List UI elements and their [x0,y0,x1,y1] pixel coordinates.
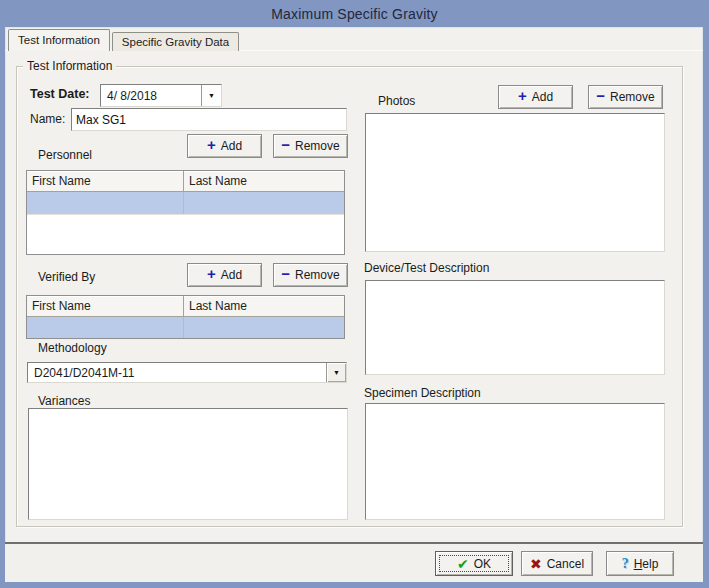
tab-test-information[interactable]: Test Information [8,29,110,51]
photos-label: Photos [378,94,415,108]
cancel-button[interactable]: ✖ Cancel [521,551,593,576]
verified-by-remove-button[interactable]: − Remove [273,263,348,287]
minus-icon: − [281,269,290,279]
personnel-first-name-cell [27,192,184,214]
cancel-label: Cancel [547,557,584,571]
photos-remove-button[interactable]: − Remove [588,85,663,109]
x-icon: ✖ [530,557,542,571]
footer-button-panel [5,544,703,582]
verified-by-table: First Name Last Name [26,295,345,339]
personnel-label: Personnel [38,148,92,162]
methodology-dropdown-button[interactable]: ▼ [326,363,346,382]
personnel-add-button[interactable]: + Add [187,134,262,158]
personnel-table: First Name Last Name [26,170,345,255]
plus-icon: + [207,140,216,150]
variances-label: Variances [38,394,90,408]
help-label: Help [634,557,659,571]
photos-listbox[interactable] [365,113,665,252]
personnel-add-label: Add [221,139,242,153]
personnel-last-name-header: Last Name [184,171,344,191]
device-test-description-textarea[interactable] [365,280,665,375]
verified-by-add-label: Add [221,268,242,282]
name-label: Name: [30,112,65,126]
minus-icon: − [281,140,290,150]
test-date-combobox[interactable]: 4/ 8/2018 ▼ [100,84,222,107]
verified-by-label: Verified By [38,270,95,284]
methodology-label: Methodology [38,341,107,355]
personnel-last-name-cell [184,192,344,214]
groupbox-title: Test Information [23,59,116,73]
title-bar: Maximum Specific Gravity [0,0,709,27]
help-button[interactable]: ? Help [606,551,674,576]
question-icon: ? [622,557,629,571]
ok-button[interactable]: ✔ OK [435,551,513,576]
name-input[interactable] [71,108,347,131]
methodology-value: D2041/D2041M-11 [28,363,326,382]
chevron-down-icon: ▼ [333,369,340,376]
personnel-remove-label: Remove [295,139,340,153]
verified-by-add-button[interactable]: + Add [187,263,262,287]
check-icon: ✔ [457,557,469,571]
photos-remove-label: Remove [610,90,655,104]
specimen-description-label: Specimen Description [364,386,481,400]
specimen-description-textarea[interactable] [365,403,665,520]
verified-by-selected-row[interactable] [27,317,344,339]
plus-icon: + [207,269,216,279]
personnel-first-name-header: First Name [27,171,184,191]
tab-specific-gravity-data[interactable]: Specific Gravity Data [112,32,239,51]
methodology-combobox[interactable]: D2041/D2041M-11 ▼ [27,362,347,383]
personnel-selected-row[interactable] [27,192,344,215]
photos-add-button[interactable]: + Add [498,85,573,109]
tab-strip: Test Information Specific Gravity Data [8,28,239,51]
test-date-value: 4/ 8/2018 [101,85,201,106]
variances-textarea[interactable] [28,408,348,520]
verified-by-last-name-cell [184,317,344,339]
verified-by-remove-label: Remove [295,268,340,282]
chevron-down-icon: ▼ [208,92,215,99]
verified-by-first-name-cell [27,317,184,339]
photos-add-label: Add [532,90,553,104]
plus-icon: + [518,91,527,101]
maximum-specific-gravity-dialog: Maximum Specific Gravity Test Informatio… [0,0,709,588]
personnel-table-header: First Name Last Name [27,171,344,192]
verified-by-last-name-header: Last Name [184,296,344,316]
device-test-description-label: Device/Test Description [364,261,489,275]
window-title: Maximum Specific Gravity [271,6,438,22]
minus-icon: − [596,91,605,101]
verified-by-first-name-header: First Name [27,296,184,316]
test-date-dropdown-button[interactable]: ▼ [201,85,221,106]
verified-by-table-header: First Name Last Name [27,296,344,317]
test-date-label: Test Date: [30,87,90,101]
personnel-remove-button[interactable]: − Remove [273,134,348,158]
ok-label: OK [474,557,491,571]
